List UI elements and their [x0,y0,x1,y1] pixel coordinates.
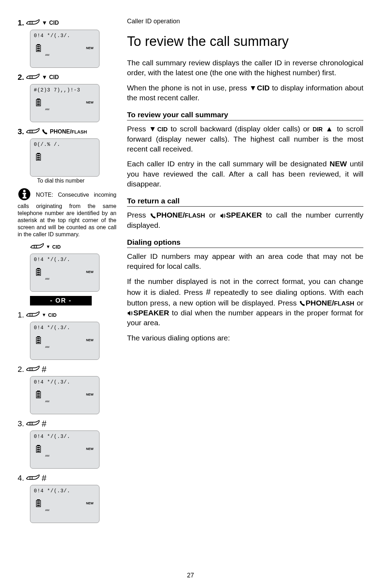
lcd-screen: #(2)3 7),,)!-3 NEW AM [30,84,99,122]
return-paragraph: Press PHONE/FLASH or SPEAKER to call the… [127,210,363,230]
lcd-line: 0!4 */(.3/. [34,379,96,385]
cid-button-label: CID [48,312,56,318]
battery-icon [36,268,41,278]
new-indicator: NEW [86,447,93,451]
speaker-label: SPEAKER [133,309,169,317]
lcd-screen: 0!4 */(.3/. NEW AM [30,30,99,68]
down-triangle-icon: ▼ [42,312,46,317]
review-paragraph-1: Press ▼CID to scroll backward (display o… [127,124,363,154]
lcd-line: #(2)3 7),,)!-3 [34,87,96,93]
step-number: 4. [18,474,24,483]
dialing-paragraph-1: Caller ID numbers may appear with an are… [127,251,363,272]
down-triangle-icon: ▼ [149,125,157,133]
step-1: 1. ▼ CID 0!4 */(.3/. NEW AM [18,18,116,68]
hand-press-icon [26,72,40,82]
step-number: 3. [18,419,24,428]
hash-button-label: # [42,364,46,374]
battery-icon [36,391,41,400]
lcd-screen: 0!4 */(.3/. NEW AM [30,485,99,523]
hand-press-icon [26,310,40,320]
intro-paragraph-1: The call summary review displays the cal… [127,58,363,78]
step-number: 2. [18,73,24,82]
hand-press-icon [26,418,40,429]
am-indicator: AM [45,53,49,57]
am-indicator: AM [45,400,49,403]
phone-button-label: PHONE/FLASH [50,129,87,135]
lcd-line: 0(/.% /. [34,142,96,147]
lcd-screen: 0!4 */(.3/. NEW AM [30,322,99,360]
am-indicator: AM [45,277,49,280]
phone-label: PHONE/ [156,211,185,219]
lcd-screen: 0!4 */(.3/. NEW AM [30,254,99,292]
step-number: 1. [18,18,24,28]
flash-label: FLASH [185,212,205,219]
right-content-column: Caller ID operation To review the call s… [127,18,363,527]
hand-press-icon [26,473,40,483]
dialing-paragraph-2: If the number displayed is not in the co… [127,277,363,328]
battery-icon [36,153,41,162]
left-steps-column: 1. ▼ CID 0!4 */(.3/. NEW AM 2. ▼ CID #(2… [18,18,116,527]
step-b2: 2. # 0!4 */(.3/. NEW AM [18,364,116,414]
cid-button-label: CID [49,20,59,26]
hash-key-label: # [206,287,211,297]
review-paragraph-2: Each caller ID entry in the call summary… [127,159,363,189]
am-indicator: AM [45,454,49,457]
cid-label: CID [257,84,270,92]
battery-icon [36,499,41,509]
subheading-return: To return a call [127,197,363,207]
step-b4: 4. # 0!4 */(.3/. NEW AM [18,473,116,523]
or-divider: - OR - [30,296,92,305]
hash-button-label: # [42,473,46,483]
am-indicator: AM [45,509,49,512]
dir-label: DIR [313,126,322,132]
phone-handset-icon [299,299,306,307]
lcd-line: 0!4 */(.3/. [34,33,96,38]
up-triangle-icon: ▲ [326,125,334,133]
hand-press-icon [26,18,40,28]
new-indicator: NEW [86,101,93,104]
phone-handset-icon [42,128,48,135]
step-2: 2. ▼ CID #(2)3 7),,)!-3 NEW AM [18,72,116,122]
battery-icon [36,44,41,54]
new-indicator: NEW [86,46,93,50]
dial-caption: To dial this number [30,178,92,184]
down-triangle-icon: ▼ [42,74,47,81]
step-number: 2. [18,365,24,374]
lcd-line: 0!4 */(.3/. [34,325,96,331]
battery-icon [36,99,41,108]
note-label: NOTE: [36,192,53,198]
lcd-line: 0!4 */(.3/. [34,434,96,439]
hash-button-label: # [42,419,46,429]
intro-paragraph-2: When the phone is not in use, press ▼CID… [127,83,363,103]
subheading-review: To review your call summary [127,111,363,120]
lcd-line: 0!4 */(.3/. [34,488,96,494]
am-indicator: AM [45,345,49,349]
down-triangle-icon: ▼ [46,244,50,249]
note-block: NOTE: Consecutive incoming calls origina… [18,188,116,238]
lcd-screen: 0!4 */(.3/. NEW AM [30,430,99,469]
step-3: 3. PHONE/FLASH 0(/.% /. To dial this num… [18,126,116,184]
new-indicator: NEW [86,270,93,274]
manual-page: 1. ▼ CID 0!4 */(.3/. NEW AM 2. ▼ CID #(2… [0,0,381,538]
hand-press-icon [30,242,44,252]
new-label: NEW [329,160,347,168]
page-number: 27 [0,572,381,579]
flash-label: FLASH [334,300,354,307]
lcd-screen: 0!4 */(.3/. NEW AM [30,376,99,414]
am-indicator: AM [45,108,49,111]
dialing-paragraph-3: The various dialing options are: [127,333,363,343]
cid-button-label: CID [52,244,61,250]
phone-label: PHONE/ [306,299,334,307]
step-b3: 3. # 0!4 */(.3/. NEW AM [18,418,116,469]
step-number: 1. [18,310,24,320]
note-text: Consecutive incoming calls originating f… [18,192,116,237]
subheading-dialing: Dialing options [127,238,363,248]
battery-icon [36,445,41,455]
lcd-line: 0!4 */(.3/. [34,257,96,262]
cid-button-label: CID [49,74,59,81]
down-triangle-icon: ▼ [42,20,47,26]
new-indicator: NEW [86,393,93,396]
speaker-icon [220,211,226,219]
hand-press-icon [26,126,40,137]
step-number: 3. [18,127,24,136]
